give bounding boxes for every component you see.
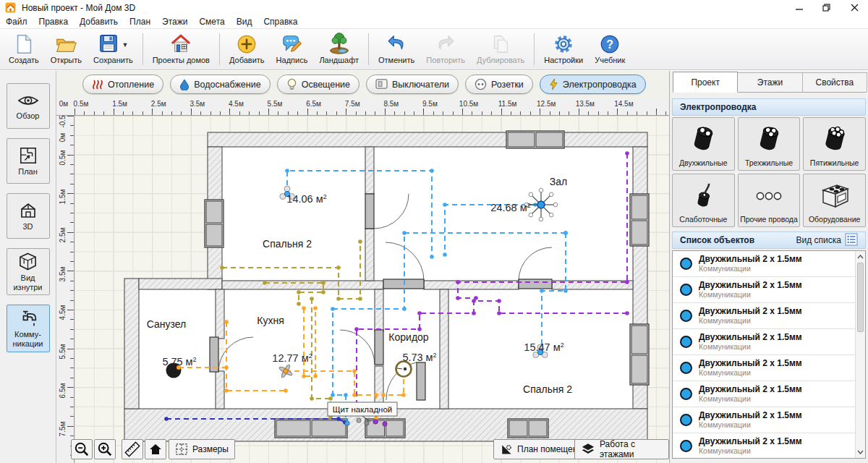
menu-item-Смета[interactable]: Смета (193, 15, 230, 29)
list-item[interactable]: Двухжильный 2 x 1.5ммКоммуникации (673, 277, 865, 303)
wall (222, 281, 383, 289)
panel-dot (383, 422, 387, 426)
sidebar-item-communications[interactable]: Комму-никации (7, 305, 50, 352)
minimize-button[interactable] (786, 0, 813, 15)
list-item[interactable]: Двухжильный 2 x 1.5ммКоммуникации (673, 381, 865, 407)
wire-node (313, 306, 318, 310)
list-item[interactable]: Двухжильный 2 x 1.5ммКоммуникации (673, 433, 865, 459)
category-Трехжильные[interactable]: Трехжильные (738, 117, 801, 171)
system-mode-pills: ОтоплениеВодоснабжениеОсвещениеВыключате… (82, 75, 646, 95)
list-item-text: Двухжильный 2 x 1.5ммКоммуникации (699, 410, 802, 430)
wire-node (430, 169, 434, 173)
ruler-left-label: 0.5м (59, 150, 67, 166)
ruler-vertical: -0.50м0.5м1.5м2.5м3.5м4.5м5.5м6.5м7.5м (56, 116, 75, 463)
save-icon (98, 31, 119, 55)
wire-node (354, 327, 359, 331)
wire-node (328, 396, 333, 401)
scroll-up-icon[interactable] (856, 252, 865, 262)
sidebar-item-3d[interactable]: 3D (7, 193, 50, 239)
category-Прочие провода[interactable]: Прочие провода (738, 174, 801, 227)
toolbar-separator (142, 33, 143, 65)
tab-Проект[interactable]: Проект (673, 72, 738, 93)
add-button[interactable]: Добавить (224, 31, 271, 67)
list-view-icon[interactable] (845, 233, 858, 248)
app-icon (5, 2, 16, 13)
wire-node (381, 393, 386, 397)
mode-pill-lighting[interactable]: Освещение (277, 75, 359, 94)
ruler-top-label: 11.5м (498, 100, 517, 108)
menu-item-Правка[interactable]: Правка (33, 15, 75, 29)
wire-node (285, 169, 289, 173)
close-button[interactable] (841, 0, 868, 15)
floors-button[interactable]: Работа с этажами (574, 439, 669, 459)
wire-node (321, 290, 326, 294)
room-name: Спальня 2 (263, 238, 312, 250)
sidebar-item-interior[interactable]: Вид изнутри (7, 248, 50, 295)
mode-pill-wiring[interactable]: Электропроводка (540, 75, 646, 94)
zoom-in-button[interactable] (94, 439, 116, 459)
window (506, 131, 564, 148)
object-list-scrollbar[interactable] (855, 251, 865, 458)
restore-button[interactable] (813, 0, 841, 15)
wire-node (284, 388, 288, 393)
ruler-top-label: 0.5м (74, 100, 89, 108)
house-projects-button[interactable]: Проекты домов (147, 31, 216, 67)
sidebar-item-plan[interactable]: План (7, 138, 50, 184)
plan-canvas[interactable]: ОтоплениеВодоснабжениеОсвещениеВыключате… (56, 71, 669, 463)
menu-item-План[interactable]: План (124, 15, 156, 29)
menu-item-Справка[interactable]: Справка (258, 15, 303, 29)
list-item[interactable]: Двухжильный 2 x 1.5ммКоммуникации (673, 407, 865, 433)
scrollbar-thumb[interactable] (857, 263, 864, 332)
sidebar-item-label: Обзор (17, 111, 40, 121)
ruler-top-label: 3.5м (190, 100, 205, 108)
list-item[interactable]: Двухжильный 2 x 1.5ммКоммуникации (673, 329, 865, 355)
undo-button[interactable]: Отменить (373, 31, 420, 67)
landscape-button[interactable]: Ландшафт (313, 31, 365, 67)
mode-pill-switches[interactable]: Выключатели (366, 75, 459, 94)
section-title: Электропроводка (680, 102, 757, 112)
scroll-down-icon[interactable] (856, 447, 865, 457)
category-Оборудование[interactable]: Оборудование (803, 174, 866, 227)
cable-2-icon (686, 119, 720, 159)
menu-item-Добавить[interactable]: Добавить (74, 15, 124, 29)
menu-item-Файл[interactable]: Файл (0, 15, 33, 29)
tutorial-button[interactable]: ?Учебник (589, 31, 631, 67)
home-button[interactable] (145, 439, 166, 459)
save-button[interactable]: ▼Сохранить (88, 31, 139, 67)
save-dropdown-arrow[interactable]: ▼ (122, 41, 128, 48)
measure-button[interactable] (122, 439, 143, 459)
sidebar-item-overview[interactable]: Обзор (7, 83, 50, 129)
list-item[interactable]: Двухжильный 2 x 1.5ммКоммуникации (673, 251, 865, 277)
list-item[interactable]: Двухжильный 2 x 1.5ммКоммуникации (673, 355, 865, 381)
category-Слаботочные[interactable]: Слаботочные (672, 174, 735, 227)
menu-item-Этажи[interactable]: Этажи (156, 15, 193, 29)
toolbar-button-label: Дублировать (477, 56, 524, 64)
toolbar-button-label: Повторить (426, 56, 465, 64)
dimensions-button[interactable]: Размеры (169, 439, 235, 459)
wall (365, 229, 374, 281)
ruler-top-label: 2.5м (151, 100, 166, 108)
list-item[interactable]: Двухжильный 2 x 1.5ммКоммуникации (673, 303, 865, 329)
menu-item-Вид[interactable]: Вид (231, 15, 258, 29)
ruler-left-label: 3.5м (59, 266, 67, 281)
mode-pill-water[interactable]: Водоснабжение (170, 75, 271, 94)
category-Пятижильные[interactable]: Пятижильные (803, 117, 866, 171)
tab-Этажи[interactable]: Этажи (737, 72, 802, 92)
settings-button[interactable]: Настройки (538, 31, 589, 67)
tab-Свойства[interactable]: Свойства (802, 72, 867, 92)
mode-pill-label: Водоснабжение (194, 80, 261, 90)
save-with-dropdown: ▼ (98, 31, 128, 55)
open-button[interactable]: Открыть (45, 31, 88, 67)
create-button[interactable]: Создать (3, 31, 45, 67)
zoom-out-button[interactable] (71, 439, 93, 459)
floor-plan[interactable]: Спальня 214.06 м2Зал24.68 м2Санузел5.75 … (56, 116, 669, 463)
wall (424, 281, 519, 289)
mode-pill-heating[interactable]: Отопление (82, 75, 163, 94)
object-list: Двухжильный 2 x 1.5ммКоммуникацииДвухжил… (672, 250, 866, 459)
panel-dot (357, 418, 361, 422)
toolbar-button-label: Сохранить (93, 56, 133, 64)
annotation-button[interactable]: Надпись (271, 31, 314, 67)
category-Двухжильные[interactable]: Двухжильные (672, 117, 735, 171)
ring-fixture[interactable] (396, 362, 412, 377)
mode-pill-sockets[interactable]: Розетки (465, 75, 533, 94)
